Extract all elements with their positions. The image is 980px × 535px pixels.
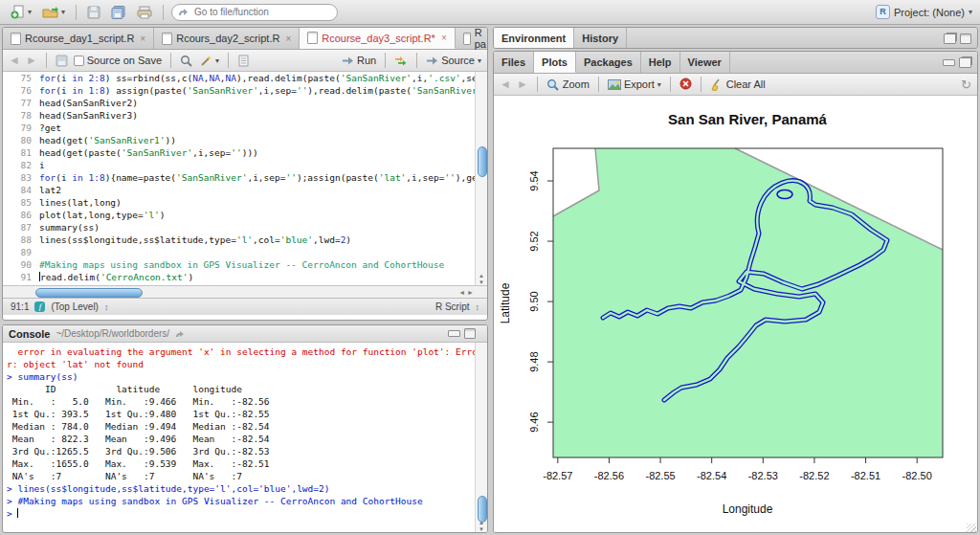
- console-output-line: Min. : 5.0 Min. :9.466 Min. :-82.56: [7, 395, 483, 408]
- environment-window-buttons: [938, 28, 977, 49]
- editor-horizontal-scrollbar[interactable]: ◄►: [3, 285, 487, 298]
- magic-wand-icon: [199, 55, 212, 67]
- source-label: Source: [441, 55, 475, 66]
- resize-grip[interactable]: [967, 524, 976, 533]
- find-icon[interactable]: [180, 55, 193, 67]
- line-number: 78: [3, 109, 39, 122]
- forward-icon[interactable]: ►: [26, 55, 37, 66]
- x-axis-ticks: -82.57-82.56-82.55-82.54-82.53-82.52-82.…: [543, 457, 932, 481]
- restore-pane-icon[interactable]: [944, 33, 956, 44]
- compile-notebook-icon[interactable]: [237, 55, 250, 67]
- editor-tabs: Rcourse_day1_script.R×Rcours_day2_script…: [3, 28, 488, 49]
- goto-file-input[interactable]: [192, 6, 316, 18]
- pane-tab[interactable]: Packages: [576, 52, 641, 73]
- pane-tab[interactable]: Plots: [534, 52, 576, 73]
- console-output[interactable]: error in evaluating the argument 'x' in …: [3, 343, 487, 533]
- console-command: > #Making maps using sandbox in GPS Visu…: [7, 495, 483, 507]
- scrollbar-thumb[interactable]: [35, 288, 143, 298]
- file-type-selector[interactable]: R Script: [435, 301, 470, 312]
- editor-vertical-scrollbar[interactable]: ▲▼: [475, 72, 487, 286]
- environment-tab[interactable]: History: [574, 28, 627, 49]
- line-number: 80: [3, 134, 39, 146]
- project-menu-button[interactable]: R Project: (None) ▾: [876, 5, 972, 19]
- run-button[interactable]: Run: [342, 55, 376, 66]
- rerun-icon[interactable]: [394, 56, 408, 66]
- maximize-pane-icon[interactable]: [960, 33, 971, 44]
- scope-selector[interactable]: (Top Level): [51, 301, 98, 312]
- export-dropdown-caret[interactable]: ▾: [657, 80, 661, 89]
- back-icon[interactable]: ◄: [9, 55, 20, 66]
- code-tools-button[interactable]: ▾: [199, 55, 219, 67]
- console-vertical-scrollbar[interactable]: ▲▼: [475, 343, 487, 533]
- environment-tab[interactable]: Environment: [494, 28, 574, 49]
- goto-directory-icon[interactable]: [175, 329, 186, 339]
- editor-tab[interactable]: Rcourse_day1_script.R×: [3, 28, 154, 49]
- environment-tab-label: History: [582, 33, 618, 44]
- console-error: error in evaluating the argument 'x' in …: [7, 346, 483, 358]
- minimize-pane-icon[interactable]: [943, 59, 955, 66]
- scrollbar-arrows[interactable]: ▲▼: [476, 273, 487, 286]
- clear-all-plots-button[interactable]: Clear All: [710, 78, 766, 91]
- editor-tab[interactable]: Rcours_day2_script.R×: [154, 28, 300, 49]
- console-output-line: Median : 784.0 Median :9.494 Median :-82…: [7, 420, 483, 433]
- clear-all-label: Clear All: [726, 78, 766, 90]
- code-line: 90#Making maps using sandbox in GPS Visu…: [3, 258, 487, 271]
- pane-tab[interactable]: Viewer: [680, 52, 730, 73]
- close-tab-icon[interactable]: ×: [140, 33, 145, 44]
- source-dropdown-caret[interactable]: ▾: [478, 56, 481, 65]
- save-icon[interactable]: [56, 55, 68, 67]
- run-arrow-icon: [342, 56, 354, 66]
- source-button[interactable]: Source ▾: [426, 55, 481, 66]
- code-editor[interactable]: 75for(i in 2:8) ss=rbind(ss,c(NA,NA,NA),…: [3, 72, 487, 298]
- close-tab-icon[interactable]: ×: [285, 33, 291, 44]
- open-file-button[interactable]: ▾: [39, 4, 68, 21]
- code-text: head(get(paste('SanSanRiver',i,sep=''))): [39, 146, 487, 159]
- scrollbar-arrows[interactable]: ◄►: [458, 289, 487, 296]
- console-output-line: Max. :1655.0 Max. :9.539 Max. :-82.51: [7, 457, 483, 470]
- console-error: r: object 'lat' not found: [7, 358, 483, 370]
- line-number: 91: [3, 271, 39, 283]
- code-text: lines(ss$longitude,ss$latitude,type='l',…: [39, 234, 487, 246]
- console-output-line: ID latitude longitude: [7, 383, 483, 395]
- scrollbar-thumb[interactable]: [478, 496, 487, 523]
- source-on-save-checkbox[interactable]: Source on Save: [74, 55, 162, 66]
- svg-text:9.54: 9.54: [528, 170, 540, 190]
- zoom-plot-button[interactable]: Zoom: [546, 78, 590, 91]
- open-file-dropdown-caret[interactable]: ▾: [61, 8, 65, 16]
- save-all-button[interactable]: [108, 4, 129, 21]
- code-line: 87summary(ss): [3, 221, 487, 234]
- pane-tab[interactable]: Files: [494, 52, 534, 73]
- scrollbar-thumb[interactable]: [478, 146, 487, 177]
- save-button[interactable]: [84, 4, 103, 21]
- pane-tab[interactable]: Help: [641, 52, 680, 73]
- goto-file-search[interactable]: [171, 4, 338, 21]
- goto-arrow-icon: [178, 8, 189, 17]
- editor-tab[interactable]: R pa: [456, 28, 488, 49]
- line-number: 87: [3, 221, 39, 234]
- toolbar-separator: [163, 5, 164, 20]
- previous-plot-icon[interactable]: ◄: [500, 78, 511, 90]
- print-button[interactable]: [134, 4, 155, 21]
- maximize-pane-icon[interactable]: [464, 328, 476, 339]
- open-folder-icon: [42, 6, 59, 19]
- close-tab-icon[interactable]: ×: [441, 33, 447, 43]
- new-file-button[interactable]: ▾: [8, 3, 34, 21]
- file-type-updown-icon[interactable]: ↕: [476, 302, 480, 312]
- new-file-dropdown-caret[interactable]: ▾: [28, 8, 32, 16]
- console-working-directory: ~/Desktop/R/worldborders/: [56, 328, 169, 339]
- code-text: for(i in 2:8) ss=rbind(ss,c(NA,NA,NA),re…: [39, 72, 487, 84]
- next-plot-icon[interactable]: ►: [517, 78, 528, 90]
- restore-pane-icon[interactable]: [959, 57, 971, 68]
- remove-plot-button[interactable]: [679, 78, 692, 92]
- line-number: 89: [3, 246, 39, 258]
- export-plot-button[interactable]: Export ▾: [608, 78, 661, 90]
- scrollbar-arrows[interactable]: ▲▼: [476, 520, 487, 533]
- svg-text:-82.54: -82.54: [697, 470, 726, 481]
- checkbox-icon[interactable]: [74, 56, 84, 66]
- project-dropdown-caret: ▾: [969, 8, 972, 16]
- editor-tab[interactable]: Rcourse_day3_script.R*×: [300, 28, 455, 49]
- scope-updown-icon[interactable]: ↕: [104, 302, 109, 312]
- minimize-pane-icon[interactable]: [448, 330, 460, 337]
- line-number: 84: [3, 184, 39, 196]
- refresh-plot-icon[interactable]: ↻: [961, 78, 971, 92]
